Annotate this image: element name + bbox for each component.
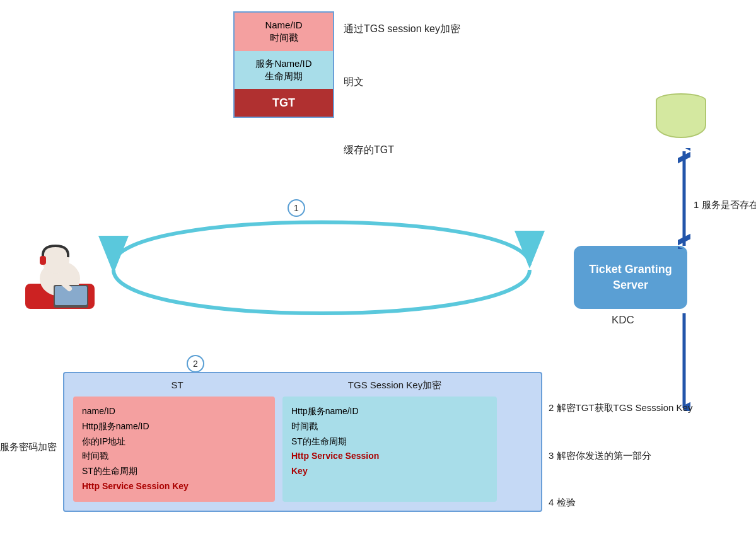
svg-rect-5 — [40, 256, 46, 265]
packet-row-nameid: Name/ID 时间戳 — [235, 13, 333, 51]
http-session-key-pink: Http Service Session Key — [82, 481, 189, 491]
circle-label-1: 1 — [288, 199, 305, 217]
http-session-key-blue: Http Service Session Key — [291, 451, 379, 476]
user-figure — [19, 233, 101, 315]
packet-row-servicename: 服务Name/ID 生命周期 — [235, 51, 333, 90]
circle-label-2: 2 — [187, 355, 204, 373]
bottom-header-st: ST — [73, 379, 281, 391]
label-service-pw: 服务密码加密 — [0, 441, 57, 453]
db-to-tgs-arrow — [678, 148, 690, 249]
label-verify: 4 检验 — [549, 497, 576, 509]
packet-row-tgt: TGT — [235, 89, 333, 117]
label-mingwen: 明文 — [344, 76, 364, 89]
oval-arrows — [63, 189, 580, 340]
packet-diagram: Name/ID 时间戳 服务Name/ID 生命周期 TGT — [233, 11, 334, 118]
tgs-server-box: Ticket Granting Server — [574, 246, 687, 309]
bottom-panel: ST TGS Session Key加密 name/ID Http服务name/… — [63, 372, 542, 512]
label-decrypt-tgt: 2 解密TGT获取TGS Sesssion Key — [549, 402, 692, 414]
label-cached-tgt: 缓存的TGT — [344, 144, 394, 157]
label-tgs-session: 通过TGS session key加密 — [344, 23, 460, 36]
label-service-exist: 1 服务是否存在 — [694, 199, 756, 211]
label-decrypt-first: 3 解密你发送的第一部分 — [549, 450, 651, 462]
tgs-session-key-box: Http服务name/ID 时间戳 ST的生命周期 Http Service S… — [282, 397, 497, 502]
tgs-down-arrow — [678, 310, 690, 411]
database-icon — [656, 93, 706, 150]
st-box: name/ID Http服务name/ID 你的IP地址 时间戳 ST的生命周期… — [73, 397, 275, 502]
kdc-label: KDC — [612, 314, 634, 327]
bottom-header-tgs: TGS Session Key加密 — [281, 379, 508, 391]
